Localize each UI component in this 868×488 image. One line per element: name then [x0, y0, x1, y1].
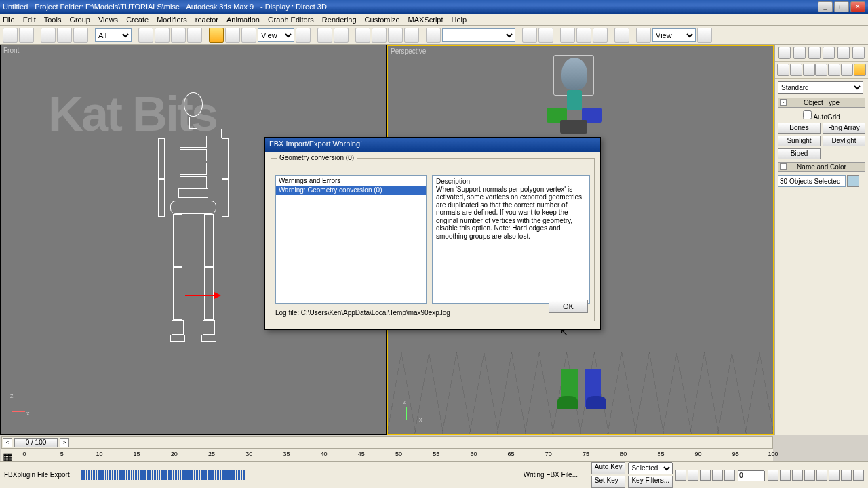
menu-rendering[interactable]: Rendering	[322, 16, 357, 24]
display-tab[interactable]	[837, 47, 850, 59]
warning-row[interactable]: Warning: Geometry conversion (0)	[276, 186, 426, 195]
render-scene-button[interactable]	[636, 28, 651, 43]
menu-maxscript[interactable]: MAXScript	[408, 16, 443, 24]
minimize-button[interactable]: _	[818, 1, 833, 12]
move-button[interactable]	[209, 28, 224, 43]
select-name-button[interactable]	[155, 28, 170, 43]
zoom-extents-button[interactable]	[816, 470, 827, 481]
create-category[interactable]: Standard	[778, 81, 863, 94]
material-editor-button[interactable]	[614, 28, 629, 43]
bind-button[interactable]	[73, 28, 88, 43]
key-mode-select[interactable]: Selected	[628, 462, 673, 474]
prev-frame-button[interactable]	[688, 470, 698, 481]
menu-grapheditors[interactable]: Graph Editors	[268, 16, 314, 24]
hierarchy-tab[interactable]	[808, 47, 821, 59]
link-button[interactable]	[41, 28, 56, 43]
undo-button[interactable]	[3, 28, 18, 43]
modify-tab[interactable]	[793, 47, 806, 59]
manipulate-button[interactable]	[317, 28, 332, 43]
selection-filter[interactable]: All	[95, 28, 132, 42]
schematic-button[interactable]	[593, 28, 608, 43]
close-button[interactable]: ✕	[850, 1, 865, 12]
menu-group[interactable]: Group	[69, 16, 90, 24]
maximize-button[interactable]: ▢	[834, 1, 849, 12]
create-tab[interactable]	[778, 47, 791, 59]
helpers-icon[interactable]	[828, 64, 840, 76]
menu-animation[interactable]: Animation	[226, 16, 260, 24]
spacewarps-icon[interactable]	[841, 64, 853, 76]
zoom-extents-all-button[interactable]	[829, 470, 840, 481]
window-crossing-button[interactable]	[187, 28, 202, 43]
render-type[interactable]: View	[652, 28, 696, 42]
pivot-button[interactable]	[296, 28, 311, 43]
object-color-swatch[interactable]	[847, 175, 859, 187]
quick-render-button[interactable]	[697, 28, 712, 43]
ref-coord-system[interactable]: View	[258, 28, 294, 42]
menu-help[interactable]: Help	[452, 16, 467, 24]
time-slider[interactable]: < 0 / 100 >	[1, 436, 773, 449]
goto-start-button[interactable]	[675, 470, 686, 481]
angle-snap-button[interactable]	[372, 28, 387, 43]
min-max-toggle-button[interactable]	[853, 470, 864, 481]
motion-tab[interactable]	[823, 47, 835, 59]
current-frame-input[interactable]	[738, 470, 765, 481]
geometry-icon[interactable]	[777, 64, 789, 76]
redo-button[interactable]	[19, 28, 34, 43]
ring-array-button[interactable]: Ring Array	[823, 123, 865, 134]
play-button[interactable]	[700, 470, 711, 481]
pan-button[interactable]	[768, 470, 778, 481]
next-key-button[interactable]: >	[60, 438, 69, 447]
key-filters-button[interactable]: Key Filters...	[628, 476, 673, 488]
unlink-button[interactable]	[57, 28, 72, 43]
named-selection-set[interactable]	[442, 28, 515, 42]
autokey-button[interactable]: Auto Key	[591, 462, 626, 474]
menu-tools[interactable]: Tools	[44, 16, 62, 24]
sunlight-button[interactable]: Sunlight	[778, 136, 821, 146]
prev-key-button[interactable]: <	[3, 438, 12, 447]
scale-button[interactable]	[241, 28, 256, 43]
biped-button[interactable]: Biped	[778, 148, 821, 159]
rollup-toggle-icon[interactable]: -	[780, 99, 787, 106]
zoom-button[interactable]	[792, 470, 803, 481]
lights-icon[interactable]	[803, 64, 815, 76]
align-button[interactable]	[538, 28, 553, 43]
mirror-button[interactable]	[522, 28, 537, 43]
spinner-snap-button[interactable]	[404, 28, 419, 43]
select-region-button[interactable]	[171, 28, 186, 43]
rollup-toggle-icon[interactable]: -	[780, 163, 787, 170]
systems-icon[interactable]	[854, 64, 866, 76]
daylight-button[interactable]: Daylight	[823, 136, 865, 146]
fov-button[interactable]	[841, 470, 852, 481]
menu-file[interactable]: File	[3, 16, 15, 24]
layers-button[interactable]	[560, 28, 575, 43]
arc-rotate-button[interactable]	[780, 470, 791, 481]
time-handle[interactable]: 0 / 100	[14, 438, 58, 447]
warnings-list[interactable]: Warnings and Errors Warning: Geometry co…	[275, 175, 427, 304]
named-selection-button[interactable]	[426, 28, 441, 43]
percent-snap-button[interactable]	[388, 28, 403, 43]
object-type-header[interactable]: - Object Type	[778, 98, 865, 108]
menu-create[interactable]: Create	[126, 16, 149, 24]
autogrid-checkbox[interactable]	[803, 110, 812, 119]
select-button[interactable]	[138, 28, 153, 43]
menu-customize[interactable]: Customize	[365, 16, 400, 24]
bones-button[interactable]: Bones	[778, 123, 821, 134]
menu-edit[interactable]: Edit	[23, 16, 36, 24]
next-frame-button[interactable]	[712, 470, 723, 481]
track-bar[interactable]: ▦ 05101520253035404550556065707580859095…	[1, 449, 773, 461]
ok-button[interactable]: OK	[549, 300, 588, 313]
track-config-button[interactable]: ▦	[3, 451, 13, 460]
setkey-button[interactable]: Set Key	[591, 476, 626, 488]
zoom-all-button[interactable]	[804, 470, 815, 481]
menu-reactor[interactable]: reactor	[195, 16, 218, 24]
snap-button[interactable]	[355, 28, 370, 43]
cameras-icon[interactable]	[815, 64, 827, 76]
menu-modifiers[interactable]: Modifiers	[157, 16, 187, 24]
goto-end-button[interactable]	[724, 470, 735, 481]
rotate-button[interactable]	[225, 28, 240, 43]
menu-views[interactable]: Views	[98, 16, 118, 24]
keyboard-button[interactable]	[334, 28, 349, 43]
name-color-header[interactable]: - Name and Color	[778, 162, 865, 172]
object-name-input[interactable]	[778, 175, 846, 187]
shapes-icon[interactable]	[790, 64, 802, 76]
